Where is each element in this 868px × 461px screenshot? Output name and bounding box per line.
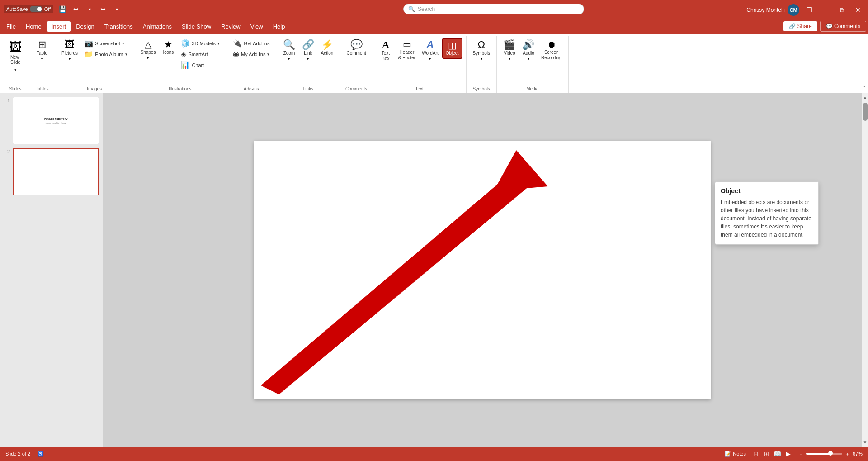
right-scrollbar[interactable]: ▲ ▼ xyxy=(862,93,868,447)
search-bar[interactable]: 🔍 Search xyxy=(403,4,584,14)
close-button[interactable]: ✕ xyxy=(852,4,864,16)
new-slide-icon: 🖼 xyxy=(9,40,22,55)
menu-view[interactable]: View xyxy=(246,21,268,32)
slide-canvas[interactable] xyxy=(254,141,711,399)
status-bar: Slide 2 of 2 ♿ 📝 Notes ⊟ ⊞ 📖 ▶ － ＋ 67% xyxy=(0,447,868,461)
toolbar-undo-redo: 💾 ↩ ▾ ↪ ▾ xyxy=(56,3,123,15)
tooltip-title: Object xyxy=(721,187,813,195)
video-button[interactable]: 🎬 Video ▾ xyxy=(500,38,519,63)
scroll-up[interactable]: ▲ xyxy=(863,93,868,102)
autosave-toggle[interactable] xyxy=(30,6,42,12)
slide-1-content: What's this for? some small text here xyxy=(42,115,70,126)
get-addins-label: Get Add-ins xyxy=(244,41,269,46)
wordart-icon: A xyxy=(427,40,434,50)
text-box-button[interactable]: A TextBox xyxy=(377,38,395,63)
notes-button[interactable]: 📝 Notes xyxy=(725,451,746,457)
screen-recording-icon: ⏺ xyxy=(547,40,556,49)
zoom-thumb[interactable] xyxy=(828,451,833,456)
scroll-down[interactable]: ▼ xyxy=(863,438,868,447)
text-box-label: TextBox xyxy=(382,51,390,62)
zoom-out-button[interactable]: － xyxy=(798,451,803,457)
illustrations-stack: 🧊 3D Models ▾ ◈ SmartArt 📊 Chart xyxy=(178,38,222,70)
images-group-label: Images xyxy=(59,85,130,93)
menu-review[interactable]: Review xyxy=(217,21,245,32)
screenshot-button[interactable]: 📷 Screenshot ▾ xyxy=(81,38,130,48)
shapes-icon: △ xyxy=(145,40,151,49)
screen-recording-label: ScreenRecording xyxy=(541,50,562,61)
table-button[interactable]: ⊞ Table ▾ xyxy=(33,38,51,63)
title-bar: AutoSave Off 💾 ↩ ▾ ↪ ▾ 🔍 Search Chrissy … xyxy=(0,0,868,18)
my-addins-icon: ◉ xyxy=(233,50,239,58)
undo-button[interactable]: ↩ xyxy=(70,3,82,15)
new-slide-button[interactable]: 🖼 NewSlide ▾ xyxy=(5,38,25,73)
smartart-button[interactable]: ◈ SmartArt xyxy=(178,49,222,59)
slide-num-2: 2 xyxy=(4,148,10,154)
redo-button[interactable]: ↪ xyxy=(97,3,109,15)
audio-icon: 🔊 xyxy=(522,40,534,50)
zoom-level: 67% xyxy=(853,451,863,456)
menu-design[interactable]: Design xyxy=(71,21,99,32)
menu-slideshow[interactable]: Slide Show xyxy=(177,21,216,32)
symbols-button[interactable]: Ω Symbols ▾ xyxy=(470,38,493,63)
zoom-control: － ＋ 67% xyxy=(798,451,863,457)
menu-home[interactable]: Home xyxy=(21,21,46,32)
photo-album-icon: 📁 xyxy=(84,50,93,58)
header-footer-button[interactable]: ▭ Header& Footer xyxy=(396,38,418,62)
share-button[interactable]: 🔗 Share xyxy=(783,21,817,31)
autosave-badge[interactable]: AutoSave Off xyxy=(4,5,53,13)
wordart-button[interactable]: A WordArt ▾ xyxy=(419,38,441,63)
get-addins-icon: 🔌 xyxy=(233,39,242,48)
canvas-area: Object Embedded objects are documents or… xyxy=(103,93,862,447)
slideshow-button[interactable]: ▶ xyxy=(784,449,793,458)
object-button[interactable]: ◫ Object xyxy=(442,38,462,59)
new-slide-label: NewSlide xyxy=(10,55,20,65)
photo-album-button[interactable]: 📁 Photo Album ▾ xyxy=(81,49,130,59)
3d-models-button[interactable]: 🧊 3D Models ▾ xyxy=(178,38,222,48)
zoom-fill xyxy=(806,453,830,455)
minimize-button[interactable]: ─ xyxy=(819,4,832,16)
audio-button[interactable]: 🔊 Audio ▾ xyxy=(519,38,538,63)
scroll-thumb[interactable] xyxy=(863,103,868,121)
screen-recording-button[interactable]: ⏺ ScreenRecording xyxy=(538,38,565,62)
zoom-slider[interactable] xyxy=(806,453,842,455)
save-button[interactable]: 💾 xyxy=(56,3,69,15)
slide-thumb-img-2[interactable] xyxy=(13,148,99,195)
user-avatar[interactable]: CM xyxy=(788,4,799,16)
chart-button[interactable]: 📊 Chart xyxy=(178,60,222,70)
zoom-in-button[interactable]: ＋ xyxy=(845,451,850,457)
menu-file[interactable]: File xyxy=(2,21,20,32)
menu-transitions[interactable]: Transitions xyxy=(100,21,137,32)
ribbon-collapse[interactable]: ⌃ xyxy=(862,36,866,91)
comments-button[interactable]: 💬 Comments xyxy=(820,21,866,32)
menu-help[interactable]: Help xyxy=(269,21,290,32)
slide-thumb-1[interactable]: 1 What's this for? some small text here xyxy=(4,97,99,144)
undo-dropdown[interactable]: ▾ xyxy=(83,3,96,15)
icons-button[interactable]: ★ Icons xyxy=(159,38,177,57)
action-button[interactable]: ⚡ Action xyxy=(318,38,336,58)
icons-label: Icons xyxy=(163,50,174,55)
maximize-button[interactable]: ⧉ xyxy=(835,4,848,16)
icons-icon: ★ xyxy=(164,40,172,49)
accessibility-icon[interactable]: ♿ xyxy=(38,451,44,457)
slide-thumb-img-1[interactable]: What's this for? some small text here xyxy=(13,97,99,144)
restore-button[interactable]: ❐ xyxy=(803,4,816,16)
reading-view-button[interactable]: 📖 xyxy=(773,449,782,458)
pictures-button[interactable]: 🖼 Pictures ▾ xyxy=(59,38,80,63)
ribbon-group-text: A TextBox ▭ Header& Footer A WordArt ▾ ◫… xyxy=(373,36,467,93)
my-add-ins-button[interactable]: ◉ My Add-ins ▾ xyxy=(230,49,272,59)
shapes-dropdown: ▾ xyxy=(147,56,149,60)
menu-animations[interactable]: Animations xyxy=(138,21,176,32)
shapes-button[interactable]: △ Shapes ▾ xyxy=(138,38,159,62)
status-bar-right: 📝 Notes ⊟ ⊞ 📖 ▶ － ＋ 67% xyxy=(725,449,863,458)
scroll-track xyxy=(863,102,868,438)
comment-button[interactable]: 💬 Comment xyxy=(344,38,368,58)
slide-thumb-2[interactable]: 2 xyxy=(4,148,99,195)
slide-sorter-button[interactable]: ⊞ xyxy=(762,449,771,458)
link-button[interactable]: 🔗 Link ▾ xyxy=(299,38,317,63)
audio-label: Audio xyxy=(523,51,534,56)
zoom-button[interactable]: 🔍 Zoom ▾ xyxy=(280,38,298,63)
normal-view-button[interactable]: ⊟ xyxy=(751,449,760,458)
get-add-ins-button[interactable]: 🔌 Get Add-ins xyxy=(230,38,272,48)
quick-access-more[interactable]: ▾ xyxy=(110,3,123,15)
menu-insert[interactable]: Insert xyxy=(47,21,71,32)
